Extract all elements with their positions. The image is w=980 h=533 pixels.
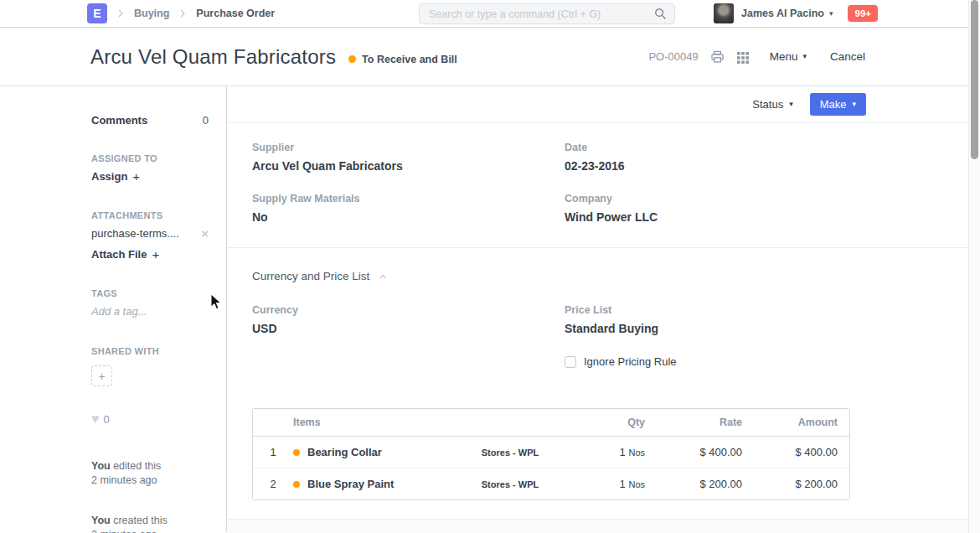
field-label: Supplier	[252, 142, 565, 153]
breadcrumb-purchase-order[interactable]: Purchase Order	[196, 8, 275, 19]
col-amount-header: Amount	[754, 417, 849, 428]
field-value[interactable]: Arcu Vel Quam Fabricators	[252, 159, 565, 173]
status-dot-icon	[348, 55, 356, 63]
attachments-heading: ATTACHMENTS	[91, 210, 209, 220]
plus-icon: +	[132, 169, 140, 184]
plus-icon: +	[98, 370, 105, 383]
field-value[interactable]: USD	[252, 322, 565, 335]
items-table-header: Items Qty Rate Amount	[253, 409, 849, 436]
item-qty: 1	[620, 446, 626, 458]
field-date: Date 02-23-2016	[565, 142, 943, 173]
field-label: Supply Raw Materials	[252, 193, 565, 204]
field-value[interactable]: 02-23-2016	[565, 159, 943, 173]
field-label: Price List	[565, 304, 943, 316]
field-value[interactable]: No	[252, 210, 565, 224]
field-company: Company Wind Power LLC	[565, 193, 943, 224]
cancel-button[interactable]: Cancel	[830, 50, 865, 63]
checkbox-label: Ignore Pricing Rule	[584, 355, 677, 368]
attachment-row: purchase-terms.... ×	[91, 226, 209, 241]
search-icon	[654, 8, 667, 20]
field-value[interactable]: Wind Power LLC	[565, 210, 943, 224]
field-supply-raw-materials: Supply Raw Materials No	[252, 193, 565, 224]
attach-file-label: Attach File	[91, 248, 147, 261]
chevron-down-icon: ▾	[789, 101, 793, 108]
page-scrollbar[interactable]	[968, 0, 980, 533]
make-dropdown-label: Make	[820, 98, 847, 111]
field-price-list: Price List Standard Buying	[565, 304, 943, 335]
col-items-header: Items	[293, 417, 447, 428]
section-title: Currency and Price List	[252, 270, 369, 282]
remove-attachment-icon[interactable]: ×	[201, 226, 209, 241]
top-navbar: E Buying Purchase Order James Al Pacino …	[0, 0, 980, 28]
item-rate: $ 200.00	[657, 478, 754, 490]
print-icon[interactable]	[710, 50, 725, 64]
page-header: Arcu Vel Quam Fabricators To Receive and…	[0, 28, 980, 86]
notifications-badge[interactable]: 99+	[848, 5, 878, 22]
col-qty-header: Qty	[573, 417, 657, 428]
ignore-pricing-rule-field[interactable]: Ignore Pricing Rule	[565, 355, 943, 368]
assigned-to-heading: ASSIGNED TO	[91, 153, 209, 163]
status-dropdown[interactable]: Status ▾	[745, 94, 799, 115]
activity-action: edited this	[113, 460, 161, 472]
chevron-down-icon: ▾	[802, 53, 807, 60]
attachment-link[interactable]: purchase-terms....	[91, 227, 179, 240]
status-dropdown-label: Status	[752, 98, 783, 111]
share-add-button[interactable]: +	[91, 365, 112, 386]
comments-link[interactable]: Comments	[91, 114, 147, 127]
user-menu[interactable]: James Al Pacino ▾	[741, 8, 833, 19]
item-rate: $ 400.00	[657, 446, 754, 458]
activity-action: created this	[113, 515, 168, 526]
item-name[interactable]: Bearing Collar	[307, 446, 382, 458]
global-search[interactable]	[419, 3, 675, 24]
form-sidebar: Comments 0 ASSIGNED TO Assign + ATTACHME…	[0, 86, 227, 532]
item-uom: Nos	[628, 479, 645, 489]
section-currency-price-list[interactable]: Currency and Price List	[252, 270, 943, 282]
search-input[interactable]	[429, 8, 654, 20]
ignore-pricing-rule-checkbox[interactable]	[565, 356, 576, 368]
field-value[interactable]: Standard Buying	[565, 322, 943, 335]
user-avatar[interactable]	[714, 3, 734, 23]
item-qty: 1	[620, 478, 626, 490]
item-warehouse: Stores - WPL	[447, 448, 573, 458]
item-warehouse: Stores - WPL	[447, 479, 573, 489]
app-logo[interactable]: E	[87, 3, 107, 23]
row-index: 1	[253, 446, 293, 458]
field-label: Currency	[252, 304, 565, 316]
item-uom: Nos	[628, 448, 645, 458]
likes-row: ♥ 0	[91, 412, 209, 426]
activity-when: 2 minutes ago	[91, 528, 209, 533]
table-row[interactable]: 1 Bearing Collar Stores - WPL 1 Nos $ 40…	[253, 436, 849, 468]
assign-button[interactable]: Assign +	[91, 169, 140, 184]
plus-icon: +	[152, 247, 159, 261]
comments-row: Comments 0	[91, 114, 209, 127]
heart-icon[interactable]: ♥	[91, 412, 100, 426]
make-dropdown[interactable]: Make ▾	[810, 93, 866, 116]
activity-when: 2 minutes ago	[91, 473, 209, 488]
next-section-strip	[227, 520, 968, 533]
chevron-up-icon	[378, 272, 388, 282]
status-indicator[interactable]: To Receive and Bill	[348, 54, 457, 65]
table-row[interactable]: 2 Blue Spray Paint Stores - WPL 1 Nos $ …	[253, 468, 849, 499]
field-label: Date	[565, 142, 943, 153]
shared-with-heading: SHARED WITH	[91, 346, 209, 356]
grid-menu-icon[interactable]	[736, 50, 750, 64]
section-divider	[227, 247, 968, 248]
page-title: Arcu Vel Quam Fabricators	[90, 45, 336, 69]
activity-who: You	[91, 515, 111, 526]
item-amount: $ 200.00	[754, 478, 849, 490]
chevron-right-icon	[116, 8, 126, 18]
tag-input[interactable]	[91, 305, 209, 318]
details-section: Supplier Arcu Vel Quam Fabricators Date …	[252, 142, 943, 224]
menu-button[interactable]: Menu ▾	[770, 50, 807, 63]
item-status-dot-icon	[293, 481, 300, 488]
navbar-user-area: James Al Pacino ▾ 99+	[714, 3, 878, 23]
items-table: Items Qty Rate Amount 1 Bearing Collar S…	[252, 408, 850, 500]
field-currency: Currency USD	[252, 304, 565, 335]
attach-file-button[interactable]: Attach File +	[91, 247, 159, 261]
scrollbar-thumb[interactable]	[971, 0, 978, 159]
chevron-down-icon: ▾	[852, 101, 856, 108]
item-name[interactable]: Blue Spray Paint	[307, 478, 394, 490]
activity-created: You created this 2 minutes ago	[91, 514, 209, 533]
item-amount: $ 400.00	[754, 446, 849, 458]
breadcrumb-buying[interactable]: Buying	[134, 8, 169, 19]
